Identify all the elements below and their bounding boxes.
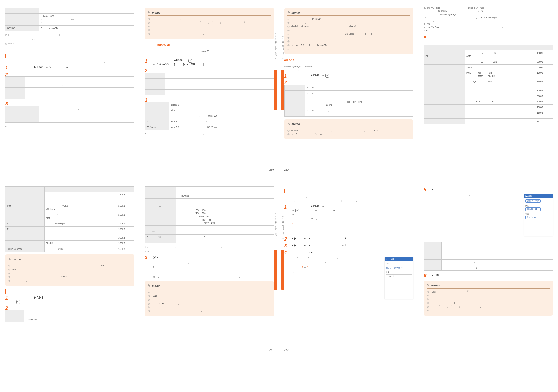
cell: au one 、 (305, 108, 413, 117)
cell: 100KB (117, 226, 134, 235)
au-one-table: au one au one 、 、 、.jpg .gif .png au (284, 85, 413, 117)
footnote: ※1 、 。 (145, 246, 274, 249)
footnote: 、 。 (5, 47, 134, 50)
memo-label: memo (152, 284, 160, 288)
col-header (5, 187, 45, 192)
cell: 、 (165, 84, 274, 90)
cell (44, 235, 117, 241)
cell: 150KB (117, 203, 134, 212)
subheading (284, 189, 413, 193)
cell: 150KB (535, 70, 553, 79)
memo-item: 。 (291, 28, 410, 32)
cell (5, 212, 45, 221)
step5-table: 1 4 1 (424, 242, 553, 271)
step-row: 1 ▶P.248 → R →［microSD ］ ［microSD ］ (145, 59, 274, 67)
cell: 、 (25, 88, 134, 93)
bullet-list: au one My Page 、 ［au one My Page］ au one… (424, 6, 553, 32)
cell: 150KB (117, 192, 134, 198)
cell (176, 226, 274, 235)
pencil-icon: ✎ (427, 283, 429, 288)
memo-item: 、 (291, 36, 410, 39)
memo-item: 、 (152, 17, 271, 20)
page-262-left: データを管理する（microSD） 「 」 L 、 4 。 1 ▶P.248 →… (284, 185, 413, 347)
memo-item: 」「 」 「 」 「 」 (152, 25, 271, 28)
step-body (292, 80, 413, 85)
step-row: 3 (145, 98, 274, 103)
cell: vNote (44, 246, 117, 252)
step-body (153, 98, 274, 103)
cell (39, 8, 134, 14)
cell: 150KB (535, 50, 553, 59)
key-icon: R (295, 209, 299, 212)
step-note: 5 。 (292, 222, 413, 225)
step-number: 1 (145, 59, 151, 67)
cell: au one 、 (305, 90, 413, 96)
step-row: 5 ●→ (424, 187, 553, 192)
step-row: 3 ● ▶ ● ■ → R (284, 243, 413, 248)
cell: 1 4 (442, 259, 553, 265)
step-body (153, 68, 274, 73)
cell: 1 (442, 265, 553, 270)
memo-label: memo (431, 283, 439, 288)
step-body: ▶P.248 → R →［microSD ］ ［microSD ］ (153, 59, 274, 67)
page-261-left: 150KB PIM vCard vCalendar 150KB TXT MMF … (5, 185, 134, 347)
pencil-icon: ✎ (287, 122, 290, 126)
cell: 150KB (117, 241, 134, 246)
memo-item: 。 (12, 279, 131, 282)
memo-item: microSD (291, 17, 410, 20)
cell (145, 198, 176, 204)
step-body (13, 306, 134, 311)
step-row: 2 ● ▶ ● ■ → R (284, 237, 413, 241)
cell: E (5, 221, 45, 226)
cell: ：EZ 3GP AMC (465, 50, 535, 59)
step-row: 3 ● ●→ (145, 255, 274, 260)
cell (424, 265, 442, 270)
step-body: ●→ 圖 → (431, 273, 553, 278)
cell: 。 (25, 93, 134, 99)
step-number: 5 (424, 187, 429, 192)
screenshot-caption (292, 300, 408, 303)
cell (5, 14, 39, 26)
step-note: 。 (153, 261, 274, 264)
footnote: ※ 、 。 (145, 133, 274, 135)
footnote: ※ 、 。 (5, 125, 134, 128)
cell: au one (305, 85, 413, 90)
cell: E (5, 226, 45, 235)
cell (5, 198, 45, 203)
memo-label: memo (152, 11, 160, 15)
memo-item: 、 、 (12, 271, 131, 275)
cell: 、 microSD (169, 113, 274, 119)
cell (165, 73, 274, 78)
step-row: 4 → ● (284, 250, 413, 255)
memo-box: ✎ memo T002 「 」 。 。 1 。 「 」「 」 (424, 281, 553, 316)
col-header (117, 187, 134, 192)
step-body: ●→ (431, 187, 553, 192)
step-number: 3 (284, 243, 290, 248)
cell (424, 259, 442, 265)
step-body: ● ▶ ● ■ → R (292, 243, 413, 248)
step-number: 2 (145, 68, 151, 73)
section-heading: au one (284, 57, 413, 62)
memo-item: 。 (291, 47, 410, 50)
step-row: 2 (5, 72, 134, 77)
cell: microSD (169, 102, 274, 108)
cell (5, 241, 45, 246)
cell (284, 85, 305, 90)
step-row: 1 ▶P.248 → R → (5, 66, 134, 70)
cell (25, 76, 134, 82)
page-260-right: au one My Page 、 ［au one My Page］ au one… (424, 5, 553, 167)
memo-item: 。 (152, 309, 271, 312)
key-icon: R (188, 59, 192, 63)
phone-screenshot: ｱﾆﾒ編集 効果(25～35秒) 演出 期間(35～50秒) 文字 大きくする (524, 194, 553, 236)
side-tab (281, 70, 284, 110)
memo-item: P.331 。 (152, 302, 271, 305)
cell: 150KB (117, 221, 134, 226)
cell (44, 226, 117, 235)
cell: QQVGA (5, 26, 39, 31)
step-row: 1 ▶P.248 → → R → → → (284, 205, 413, 216)
screenshot-titlebar: ｱﾆﾒ編集 (524, 194, 553, 198)
step-body: ● ●→ (153, 255, 274, 260)
step-row: 1 ▶P.248 → → R → (5, 296, 134, 304)
cell: E microSD (39, 26, 134, 31)
cell (44, 192, 117, 198)
